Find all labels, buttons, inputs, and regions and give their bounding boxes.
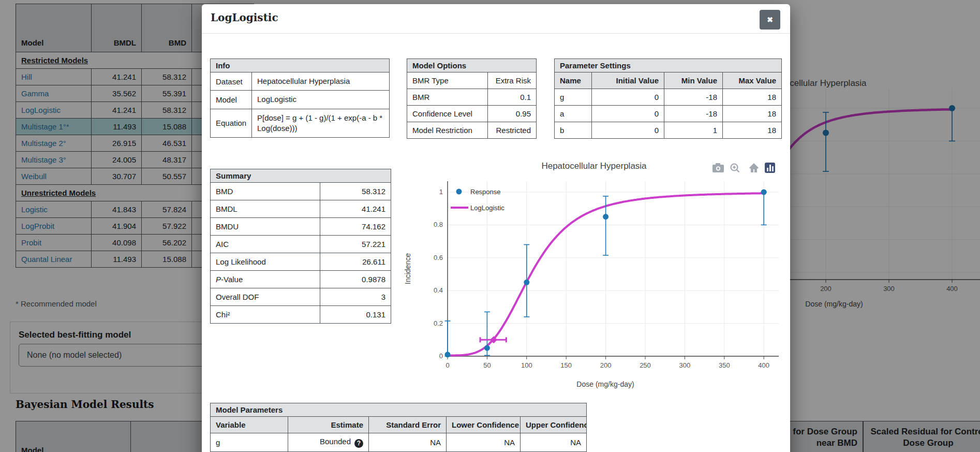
cell: 18 — [723, 89, 782, 106]
legend-curve-label: LogLogistic — [470, 204, 504, 212]
row-label: BMDU — [211, 218, 320, 236]
row-label: Log Likelihood — [211, 253, 320, 271]
cell: NA — [447, 433, 521, 452]
response-point — [524, 280, 529, 285]
cell: 1 — [664, 122, 723, 139]
table-row: Confidence Level0.95 — [407, 106, 537, 122]
help-icon[interactable]: ? — [354, 439, 363, 448]
dose-response-chart: 00.20.40.60.81050100150200250300350400Re… — [399, 155, 782, 399]
legend-response-label: Response — [470, 188, 501, 196]
cell: -18 — [664, 89, 723, 106]
row-label: Dataset — [211, 72, 252, 91]
table-row: P-Value0.9878 — [211, 271, 391, 288]
response-point — [484, 345, 490, 351]
row-label: Overall DOF — [211, 288, 320, 306]
column-header: Min Value — [664, 72, 723, 89]
camera-icon[interactable] — [712, 163, 724, 172]
model-parameters-title: Model Parameters — [211, 403, 587, 417]
x-tick-label: 350 — [719, 361, 730, 369]
response-point — [445, 352, 451, 357]
table-row: AIC57.221 — [211, 236, 391, 253]
column-header: Name — [555, 72, 592, 89]
x-tick-label: 50 — [483, 361, 491, 369]
y-tick-label: 0.8 — [434, 221, 443, 228]
close-button[interactable]: ✖ — [760, 10, 780, 30]
table-row: BMR0.1 — [407, 89, 537, 106]
cell: 18 — [723, 106, 782, 122]
cell: -18 — [664, 106, 723, 122]
table-row: BMDL41.241 — [211, 200, 391, 218]
table-row: Chi²0.131 — [211, 306, 391, 324]
zoom-in-icon[interactable] — [731, 164, 739, 172]
cell: NA — [521, 433, 587, 452]
legend-response-marker — [456, 189, 462, 195]
table-row: a0-1818 — [555, 106, 782, 122]
cell: NA — [369, 433, 447, 452]
row-value: 3 — [320, 288, 391, 306]
table-row: Model RestrictionRestricted — [407, 122, 537, 139]
x-tick-label: 250 — [640, 361, 651, 369]
row-value: Hepatocellular Hyperplasia — [252, 72, 390, 91]
x-tick-label: 300 — [679, 361, 691, 369]
table-row: gBounded?NANANA — [211, 433, 587, 452]
row-label: Equation — [211, 109, 252, 138]
cell: a — [555, 106, 592, 122]
row-label: P-Value — [211, 271, 320, 288]
row-label: BMDL — [211, 200, 320, 218]
plot-area: 00.20.40.60.81050100150200250300350400Re… — [434, 181, 779, 369]
modal-header: LogLogistic ✖ — [202, 4, 790, 34]
row-value: 41.241 — [320, 200, 391, 218]
x-tick-label: 200 — [600, 361, 612, 369]
modal-title: LogLogistic — [211, 11, 278, 24]
column-header: Estimate — [288, 417, 369, 433]
y-tick-label: 0.6 — [434, 254, 443, 261]
column-header: Lower Confidence — [447, 417, 521, 433]
column-header: Upper Confidence — [521, 417, 587, 433]
row-label: BMR Type — [407, 72, 488, 89]
model-parameters-table: Model Parameters VariableEstimateStandar… — [210, 403, 587, 452]
table-row: Log Likelihood26.611 — [211, 253, 391, 271]
chart-title: Hepatocellular Hyperplasia — [541, 161, 647, 171]
x-tick-label: 0 — [446, 361, 449, 369]
chart-modebar — [712, 163, 775, 173]
row-label: BMR — [407, 89, 488, 106]
cell: 0 — [592, 106, 664, 122]
parameter-settings-table: Parameter Settings NameInitial ValueMin … — [554, 59, 782, 139]
loglogistic-modal: LogLogistic ✖ Info DatasetHepatocellular… — [202, 4, 790, 452]
table-row: ModelLogLogistic — [211, 91, 390, 109]
table-row: Overall DOF3 — [211, 288, 391, 306]
column-header: Standard Error — [369, 417, 447, 433]
row-label: Model Restriction — [407, 122, 488, 139]
table-row: BMDU74.162 — [211, 218, 391, 236]
model-options-table: Model Options BMR TypeExtra RiskBMR0.1Co… — [407, 59, 537, 139]
y-tick-label: 1 — [439, 188, 443, 196]
row-label: AIC — [211, 236, 320, 253]
options-table-title: Model Options — [407, 59, 537, 72]
row-label: Model — [211, 91, 252, 109]
param-settings-title: Parameter Settings — [555, 59, 782, 72]
table-row: g0-1818 — [555, 89, 782, 106]
table-row: b0118 — [555, 122, 782, 139]
row-value: 0.95 — [488, 106, 537, 122]
row-value: Extra Risk — [488, 72, 537, 89]
x-tick-label: 150 — [560, 361, 572, 369]
home-icon[interactable] — [749, 163, 759, 172]
column-header: Initial Value — [592, 72, 664, 89]
info-table: Info DatasetHepatocellular HyperplasiaMo… — [210, 59, 390, 138]
plotly-logo-icon[interactable] — [765, 163, 775, 173]
row-value: 74.162 — [320, 218, 391, 236]
row-value: Restricted — [488, 122, 537, 139]
row-value: 58.312 — [320, 183, 391, 200]
column-header: Max Value — [723, 72, 782, 89]
cell: 0 — [592, 89, 664, 106]
row-value: LogLogistic — [252, 91, 390, 109]
y-axis-label: Incidence — [404, 253, 412, 284]
cell: g — [555, 89, 592, 106]
table-row: DatasetHepatocellular Hyperplasia — [211, 72, 390, 91]
x-axis-label: Dose (mg/kg-day) — [576, 380, 634, 388]
x-tick-label: 100 — [521, 361, 532, 369]
y-tick-label: 0 — [439, 352, 443, 360]
row-label: BMD — [211, 183, 320, 200]
row-value: 0.9878 — [320, 271, 391, 288]
row-value: 26.611 — [320, 253, 391, 271]
